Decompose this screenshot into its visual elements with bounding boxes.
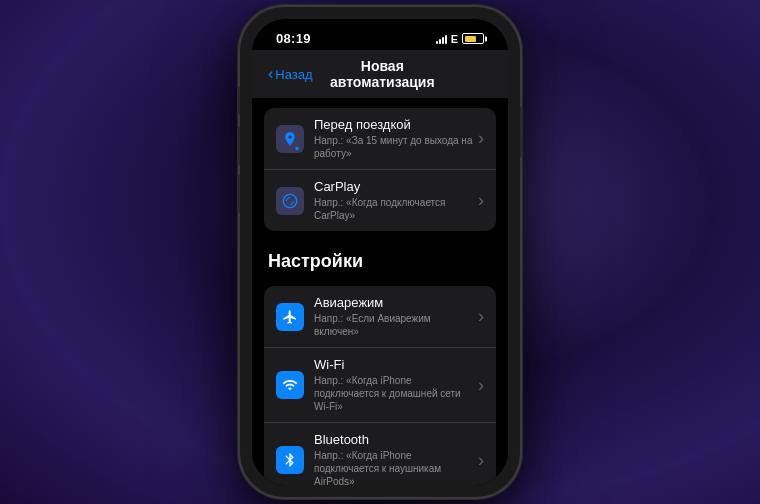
svg-point-0 <box>295 146 298 149</box>
before-trip-subtitle: Напр.: «За 15 минут до выхода на работу» <box>314 134 474 160</box>
bluetooth-title: Bluetooth <box>314 432 474 447</box>
airplane-chevron-icon <box>478 306 484 327</box>
carplay-title: CarPlay <box>314 179 474 194</box>
chevron-back-icon: ‹ <box>268 65 273 83</box>
bluetooth-icon <box>276 446 304 474</box>
status-time: 08:19 <box>276 31 311 46</box>
wifi-icon <box>276 371 304 399</box>
before-trip-icon <box>276 125 304 153</box>
phone-screen: 08:19 E ‹ Назад Новая автоматизация <box>252 19 508 485</box>
wifi-content: Wi-Fi Напр.: «Когда iPhone подключается … <box>314 357 474 413</box>
airplane-icon <box>276 303 304 331</box>
before-trip-content: Перед поездкой Напр.: «За 15 минут до вы… <box>314 117 474 160</box>
volume-down-button <box>237 175 240 213</box>
list-item[interactable]: Перед поездкой Напр.: «За 15 минут до вы… <box>264 108 496 170</box>
mute-button <box>237 87 240 115</box>
airplane-title: Авиарежим <box>314 295 474 310</box>
wifi-chevron-icon <box>478 375 484 396</box>
before-trip-chevron-icon <box>478 128 484 149</box>
power-button <box>520 107 523 157</box>
page-title: Новая автоматизация <box>313 58 452 90</box>
list-item[interactable]: CarPlay Напр.: «Когда подключается CarPl… <box>264 170 496 231</box>
settings-section-list: Авиарежим Напр.: «Если Авиарежим включен… <box>264 286 496 485</box>
screen-content: Перед поездкой Напр.: «За 15 минут до вы… <box>252 98 508 485</box>
list-item[interactable]: Bluetooth Напр.: «Когда iPhone подключае… <box>264 423 496 485</box>
bluetooth-chevron-icon <box>478 450 484 471</box>
list-item[interactable]: Wi-Fi Напр.: «Когда iPhone подключается … <box>264 348 496 423</box>
top-section-list: Перед поездкой Напр.: «За 15 минут до вы… <box>264 108 496 231</box>
battery-fill <box>465 36 476 42</box>
wifi-subtitle: Напр.: «Когда iPhone подключается к дома… <box>314 374 474 413</box>
before-trip-title: Перед поездкой <box>314 117 474 132</box>
bluetooth-content: Bluetooth Напр.: «Когда iPhone подключае… <box>314 432 474 485</box>
carplay-icon <box>276 187 304 215</box>
carplay-content: CarPlay Напр.: «Когда подключается CarPl… <box>314 179 474 222</box>
battery-icon <box>462 33 484 44</box>
navigation-bar: ‹ Назад Новая автоматизация <box>252 50 508 98</box>
phone-device: 08:19 E ‹ Назад Новая автоматизация <box>240 7 520 497</box>
bluetooth-subtitle: Напр.: «Когда iPhone подключается к науш… <box>314 449 474 485</box>
list-item[interactable]: Авиарежим Напр.: «Если Авиарежим включен… <box>264 286 496 348</box>
airplane-subtitle: Напр.: «Если Авиарежим включен» <box>314 312 474 338</box>
signal-icon <box>436 34 447 44</box>
settings-section-header: Настройки <box>252 239 508 278</box>
back-button[interactable]: ‹ Назад <box>268 65 313 83</box>
notch <box>330 19 430 43</box>
back-label: Назад <box>275 67 312 82</box>
carplay-chevron-icon <box>478 190 484 211</box>
airplane-content: Авиарежим Напр.: «Если Авиарежим включен… <box>314 295 474 338</box>
carplay-subtitle: Напр.: «Когда подключается CarPlay» <box>314 196 474 222</box>
carrier-label: E <box>451 33 458 45</box>
status-icons: E <box>436 33 484 45</box>
wifi-title: Wi-Fi <box>314 357 474 372</box>
volume-up-button <box>237 127 240 165</box>
